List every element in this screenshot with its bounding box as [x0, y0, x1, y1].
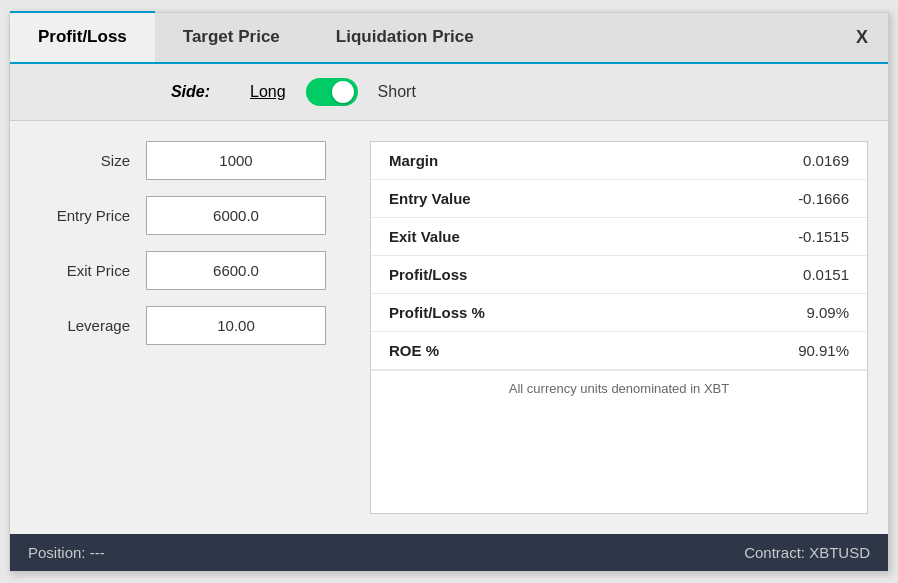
toggle-thumb [332, 81, 354, 103]
margin-label: Margin [389, 152, 438, 169]
results-panel: Margin 0.0169 Entry Value -0.1666 Exit V… [370, 141, 868, 514]
entry-value-label: Entry Value [389, 190, 471, 207]
profit-loss-pct-label: Profit/Loss % [389, 304, 485, 321]
position-status: Position: --- [28, 544, 105, 561]
entry-price-input[interactable] [146, 196, 326, 235]
toggle-track [306, 78, 358, 106]
status-bar: Position: --- Contract: XBTUSD [10, 534, 888, 571]
form-row-exit-price: Exit Price [30, 251, 350, 290]
margin-value: 0.0169 [803, 152, 849, 169]
result-row-profit-loss: Profit/Loss 0.0151 [371, 256, 867, 294]
size-label: Size [30, 152, 130, 169]
side-toggle[interactable] [306, 78, 358, 106]
exit-price-label: Exit Price [30, 262, 130, 279]
profit-loss-value: 0.0151 [803, 266, 849, 283]
roe-value: 90.91% [798, 342, 849, 359]
side-options: Long Short [250, 78, 416, 106]
tab-target-price[interactable]: Target Price [155, 13, 308, 62]
roe-label: ROE % [389, 342, 439, 359]
result-row-profit-loss-pct: Profit/Loss % 9.09% [371, 294, 867, 332]
form-row-entry-price: Entry Price [30, 196, 350, 235]
side-long-option[interactable]: Long [250, 83, 286, 101]
results-note: All currency units denominated in XBT [371, 370, 867, 406]
left-form: Size Entry Price Exit Price Leverage [30, 141, 350, 514]
form-row-size: Size [30, 141, 350, 180]
calculator-panel: Profit/Loss Target Price Liquidation Pri… [9, 12, 889, 572]
result-row-entry-value: Entry Value -0.1666 [371, 180, 867, 218]
contract-status: Contract: XBTUSD [744, 544, 870, 561]
exit-value-value: -0.1515 [798, 228, 849, 245]
main-content: Size Entry Price Exit Price Leverage Mar… [10, 121, 888, 534]
tab-bar: Profit/Loss Target Price Liquidation Pri… [10, 13, 888, 64]
exit-value-label: Exit Value [389, 228, 460, 245]
tab-liquidation-price[interactable]: Liquidation Price [308, 13, 502, 62]
result-row-roe: ROE % 90.91% [371, 332, 867, 370]
result-row-exit-value: Exit Value -0.1515 [371, 218, 867, 256]
leverage-input[interactable] [146, 306, 326, 345]
side-row: Side: Long Short [10, 64, 888, 121]
tab-profit-loss[interactable]: Profit/Loss [10, 11, 155, 62]
close-button[interactable]: X [836, 13, 888, 62]
leverage-label: Leverage [30, 317, 130, 334]
profit-loss-pct-value: 9.09% [806, 304, 849, 321]
entry-value-value: -0.1666 [798, 190, 849, 207]
profit-loss-label: Profit/Loss [389, 266, 467, 283]
exit-price-input[interactable] [146, 251, 326, 290]
entry-price-label: Entry Price [30, 207, 130, 224]
side-short-option[interactable]: Short [378, 83, 416, 101]
result-row-margin: Margin 0.0169 [371, 142, 867, 180]
side-label: Side: [30, 83, 210, 101]
size-input[interactable] [146, 141, 326, 180]
form-row-leverage: Leverage [30, 306, 350, 345]
